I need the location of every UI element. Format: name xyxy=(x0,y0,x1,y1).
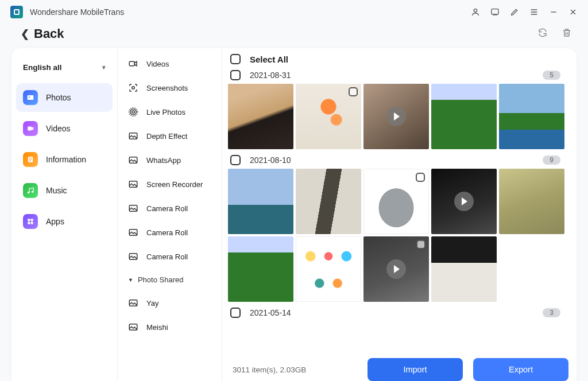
image-icon xyxy=(128,203,138,213)
photo-thumb[interactable] xyxy=(228,169,293,234)
svg-point-11 xyxy=(132,87,135,90)
count-pill: 9 xyxy=(543,155,560,165)
edit-icon[interactable] xyxy=(510,7,519,17)
select-all-checkbox[interactable] xyxy=(230,54,241,64)
image-icon xyxy=(128,227,138,238)
album-section-shared[interactable]: ▼Photo Shared xyxy=(118,269,222,291)
album-videos[interactable]: Videos xyxy=(118,52,222,76)
album-livephotos[interactable]: Live Photos xyxy=(118,100,222,124)
albums-sidebar: Videos Screenshots Live Photos Depth Eff… xyxy=(118,48,222,381)
svg-point-12 xyxy=(132,111,135,114)
date-group-header: 2021-05-14 3 xyxy=(228,305,571,320)
photo-thumb[interactable] xyxy=(228,84,293,149)
photo-thumb[interactable] xyxy=(296,236,361,302)
play-icon[interactable] xyxy=(386,107,406,126)
album-screenrecorder[interactable]: Screen Recorder xyxy=(118,172,222,196)
album-whatsapp[interactable]: WhatsApp xyxy=(118,148,222,172)
image-icon xyxy=(128,131,138,141)
photos-icon xyxy=(23,90,38,105)
svg-rect-1 xyxy=(492,9,498,14)
album-deptheffect[interactable]: Depth Effect xyxy=(118,124,222,148)
footer: 3011 item(s), 2.03GB Import Export Add F… xyxy=(222,353,577,381)
photo-thumb[interactable] xyxy=(296,84,361,149)
minimize-icon[interactable] xyxy=(549,7,558,17)
back-row: ❮ Back xyxy=(0,23,588,48)
photo-thumb[interactable] xyxy=(431,84,497,149)
chevron-down-icon: ▾ xyxy=(102,64,106,71)
category-apps[interactable]: Apps xyxy=(16,207,113,236)
import-button[interactable]: Import xyxy=(368,358,463,381)
account-icon[interactable] xyxy=(471,7,480,17)
photo-thumb[interactable] xyxy=(499,84,564,149)
content-area: Select All 2021-08-31 5 2021-08-10 9 xyxy=(222,48,577,381)
close-icon[interactable] xyxy=(568,7,578,17)
titlebar: Wondershare MobileTrans xyxy=(0,0,588,23)
back-button[interactable]: ❮ Back xyxy=(21,26,64,41)
svg-rect-4 xyxy=(28,127,32,131)
photo-thumb[interactable] xyxy=(296,169,361,234)
triangle-down-icon: ▼ xyxy=(128,277,133,283)
image-icon xyxy=(128,251,138,262)
category-information[interactable]: Information xyxy=(16,145,113,174)
photo-thumb[interactable] xyxy=(228,236,293,302)
category-sidebar: English all ▾ Photos Videos Information … xyxy=(11,48,118,381)
information-icon xyxy=(23,152,38,167)
svg-point-3 xyxy=(29,96,30,98)
svg-rect-9 xyxy=(31,222,33,224)
refresh-icon[interactable] xyxy=(537,28,548,40)
feedback-icon[interactable] xyxy=(490,7,500,17)
image-icon xyxy=(128,155,138,165)
export-button[interactable]: Export xyxy=(473,358,568,381)
svg-point-0 xyxy=(474,9,477,12)
category-music[interactable]: Music xyxy=(16,176,113,205)
music-icon xyxy=(23,183,38,198)
thumb-checkbox[interactable] xyxy=(416,173,425,182)
photo-thumb[interactable] xyxy=(363,84,429,149)
count-pill: 5 xyxy=(543,71,560,80)
photo-thumb[interactable] xyxy=(431,236,497,302)
svg-rect-8 xyxy=(28,222,30,224)
category-photos[interactable]: Photos xyxy=(16,83,113,112)
svg-rect-2 xyxy=(28,95,34,100)
date-checkbox[interactable] xyxy=(230,155,241,165)
thumb-checkbox[interactable] xyxy=(349,87,358,96)
category-videos[interactable]: Videos xyxy=(16,114,113,143)
album-cameraroll-3[interactable]: Camera Roll xyxy=(118,244,222,269)
photo-thumb[interactable] xyxy=(431,169,497,234)
main-panel: English all ▾ Photos Videos Information … xyxy=(11,48,577,381)
date-group-header: 2021-08-31 5 xyxy=(228,68,571,83)
svg-rect-6 xyxy=(28,219,30,221)
svg-rect-7 xyxy=(31,219,33,221)
content-scroll[interactable]: Select All 2021-08-31 5 2021-08-10 9 xyxy=(222,48,577,353)
album-yay[interactable]: Yay xyxy=(118,291,222,315)
apps-icon xyxy=(23,214,38,229)
svg-rect-10 xyxy=(129,61,134,66)
thumb-checkbox[interactable] xyxy=(416,240,425,249)
trash-icon[interactable] xyxy=(562,28,572,40)
play-icon[interactable] xyxy=(454,192,474,211)
album-cameraroll-2[interactable]: Camera Roll xyxy=(118,220,222,244)
select-all-label: Select All xyxy=(250,55,288,64)
date-checkbox[interactable] xyxy=(230,308,241,318)
livephoto-icon xyxy=(128,107,138,117)
videos-icon xyxy=(23,121,38,136)
image-icon xyxy=(128,322,138,332)
back-label: Back xyxy=(34,26,64,41)
count-pill: 3 xyxy=(543,308,560,317)
album-cameraroll-1[interactable]: Camera Roll xyxy=(118,196,222,220)
category-header[interactable]: English all ▾ xyxy=(16,59,113,81)
play-icon[interactable] xyxy=(386,259,406,279)
photo-thumb[interactable] xyxy=(363,169,429,234)
footer-info: 3011 item(s), 2.03GB xyxy=(230,366,357,374)
photo-thumb[interactable] xyxy=(363,236,429,302)
app-logo xyxy=(10,6,23,18)
photo-thumb[interactable] xyxy=(499,169,564,234)
date-group-header: 2021-08-10 9 xyxy=(228,153,571,168)
videocam-icon xyxy=(128,59,138,69)
chevron-left-icon: ❮ xyxy=(21,28,29,40)
album-screenshots[interactable]: Screenshots xyxy=(118,76,222,100)
svg-point-13 xyxy=(130,109,137,115)
menu-icon[interactable] xyxy=(529,7,539,17)
album-meishi[interactable]: Meishi xyxy=(118,315,222,339)
date-checkbox[interactable] xyxy=(230,70,241,80)
